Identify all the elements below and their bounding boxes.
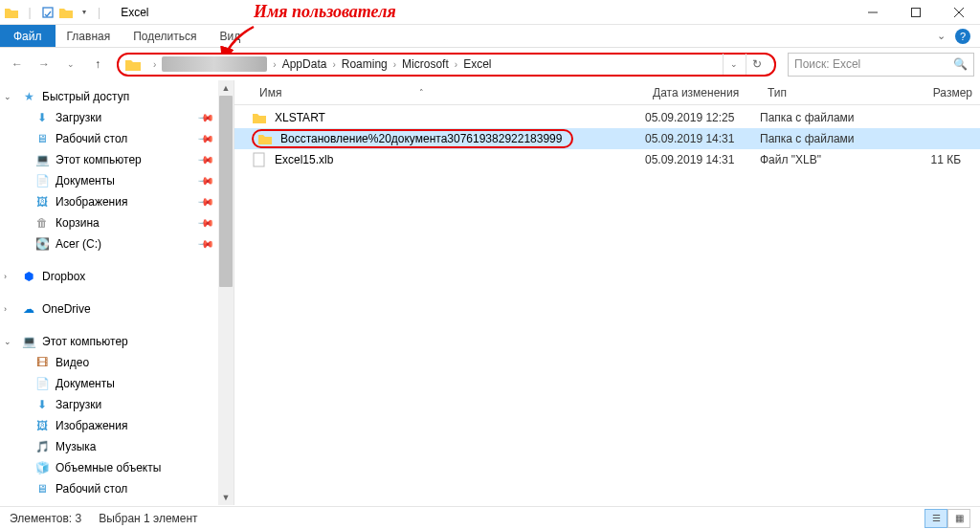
help-icon[interactable]: ? <box>955 29 970 44</box>
folder-icon <box>257 131 273 146</box>
sidebar-item-documents[interactable]: 📄Документы📌 <box>0 170 234 191</box>
pin-icon: 📌 <box>196 129 214 147</box>
sidebar-item-desktop[interactable]: 🖥Рабочий стол📌 <box>0 128 234 149</box>
star-icon: ★ <box>21 89 36 104</box>
sidebar-item-pictures2[interactable]: 🖼Изображения <box>0 415 234 436</box>
qat-folder-icon[interactable] <box>58 5 74 20</box>
titlebar: | ▾ | Excel <box>0 0 980 25</box>
qat-dropdown-icon[interactable]: ▾ <box>77 5 92 20</box>
properties-icon[interactable] <box>40 5 56 20</box>
desktop-icon: 🖥 <box>34 131 50 146</box>
highlight-annotation: Восстановление%20документа30761938292218… <box>252 129 573 148</box>
sidebar-item-downloads[interactable]: ⬇Загрузки📌 <box>0 107 234 128</box>
forward-button[interactable]: → <box>33 53 56 76</box>
scroll-down-icon[interactable]: ▼ <box>218 490 234 505</box>
sidebar-item-desktop2[interactable]: 🖥Рабочий стол <box>0 478 234 499</box>
drive-icon: 💽 <box>34 236 50 252</box>
ribbon: Файл Главная Поделиться Вид ⌄ ? <box>0 25 980 48</box>
sidebar-item-documents2[interactable]: 📄Документы <box>0 373 234 394</box>
scroll-up-icon[interactable]: ▲ <box>218 80 234 96</box>
annotation-label: Имя пользователя <box>254 2 396 22</box>
pin-icon: 📌 <box>196 150 214 168</box>
documents-icon: 📄 <box>34 376 50 391</box>
tab-view[interactable]: Вид <box>208 25 252 47</box>
crumb-roaming[interactable]: Roaming <box>342 57 388 71</box>
sidebar-quick-access[interactable]: ⌄★Быстрый доступ <box>0 86 234 107</box>
chevron-right-icon[interactable]: › <box>449 59 463 70</box>
back-button[interactable]: ← <box>6 53 29 76</box>
file-list: XLSTART 05.09.2019 12:25 Папка с файлами… <box>234 105 980 505</box>
close-button[interactable] <box>937 0 980 25</box>
sidebar-onedrive[interactable]: ›☁OneDrive <box>0 298 234 320</box>
sidebar-item-music[interactable]: 🎵Музыка <box>0 436 234 457</box>
search-icon[interactable]: 🔍 <box>953 57 968 71</box>
ribbon-expand-icon[interactable]: ⌄ <box>937 30 946 42</box>
sidebar-item-3dobjects[interactable]: 🧊Объемные объекты <box>0 457 234 478</box>
pin-icon: 📌 <box>196 234 214 253</box>
qat-separator: | <box>22 5 37 20</box>
crumb-excel[interactable]: Excel <box>463 57 491 71</box>
column-headers: Имя˄ Дата изменения Тип Размер <box>234 80 980 105</box>
chevron-right-icon[interactable]: › <box>267 59 281 70</box>
tab-file[interactable]: Файл <box>0 25 56 47</box>
username-blurred <box>162 56 267 72</box>
col-size[interactable]: Размер <box>884 86 980 99</box>
file-icon <box>252 152 267 167</box>
pin-icon: 📌 <box>196 192 214 210</box>
scroll-thumb[interactable] <box>219 96 233 287</box>
crumb-microsoft[interactable]: Microsoft <box>402 57 449 71</box>
dropbox-icon: ⬢ <box>21 269 36 284</box>
pictures-icon: 🖼 <box>34 194 50 209</box>
file-row[interactable]: XLSTART 05.09.2019 12:25 Папка с файлами <box>234 107 980 128</box>
file-row[interactable]: Excel15.xlb 05.09.2019 14:31 Файл "XLB" … <box>234 149 980 170</box>
view-details-button[interactable]: ☰ <box>924 509 947 528</box>
sidebar-item-downloads2[interactable]: ⬇Загрузки <box>0 394 234 415</box>
music-icon: 🎵 <box>34 439 50 454</box>
col-type[interactable]: Тип <box>760 86 884 99</box>
sidebar-item-recycle[interactable]: 🗑Корзина📌 <box>0 212 234 233</box>
maximize-button[interactable] <box>894 0 937 25</box>
documents-icon: 📄 <box>34 173 50 188</box>
nav-row: ← → ⌄ ↑ › ›AppData ›Roaming ›Microsoft ›… <box>0 48 980 80</box>
search-placeholder: Поиск: Excel <box>794 57 860 71</box>
minimize-button[interactable] <box>851 0 894 25</box>
status-bar: Элементов: 3 Выбран 1 элемент ☰ ▦ <box>0 506 980 529</box>
sidebar-thispc2[interactable]: ⌄💻Этот компьютер <box>0 331 234 352</box>
sidebar-item-video[interactable]: 🎞Видео <box>0 352 234 373</box>
sidebar-item-pictures[interactable]: 🖼Изображения📌 <box>0 191 234 212</box>
folder-icon <box>252 110 267 125</box>
search-input[interactable]: Поиск: Excel 🔍 <box>788 53 974 77</box>
svg-rect-5 <box>254 153 264 166</box>
sort-asc-icon: ˄ <box>419 88 424 98</box>
col-date[interactable]: Дата изменения <box>645 86 760 99</box>
pc-icon: 💻 <box>34 152 50 167</box>
refresh-button[interactable]: ↻ <box>746 54 767 75</box>
col-name[interactable]: Имя˄ <box>252 86 645 99</box>
sidebar-item-thispc[interactable]: 💻Этот компьютер📌 <box>0 149 234 170</box>
chevron-right-icon[interactable]: › <box>147 59 162 70</box>
file-row-selected[interactable]: Восстановление%20документа30761938292218… <box>234 128 980 149</box>
tab-home[interactable]: Главная <box>56 25 122 47</box>
sidebar-dropbox[interactable]: ›⬢Dropbox <box>0 266 234 287</box>
downloads-icon: ⬇ <box>34 110 50 125</box>
desktop-icon: 🖥 <box>34 481 50 496</box>
address-bar[interactable]: › ›AppData ›Roaming ›Microsoft ›Excel ⌄ … <box>117 53 776 77</box>
onedrive-icon: ☁ <box>21 301 36 317</box>
sidebar-scrollbar[interactable]: ▲ ▼ <box>218 80 234 505</box>
video-icon: 🎞 <box>34 355 50 370</box>
sidebar: ⌄★Быстрый доступ ⬇Загрузки📌 🖥Рабочий сто… <box>0 80 234 505</box>
recent-dropdown[interactable]: ⌄ <box>59 53 82 76</box>
status-elements: Элементов: 3 <box>10 512 81 525</box>
pin-icon: 📌 <box>196 171 214 189</box>
up-button[interactable]: ↑ <box>86 53 109 76</box>
sidebar-item-acer[interactable]: 💽Acer (C:)📌 <box>0 233 234 254</box>
chevron-right-icon[interactable]: › <box>388 59 402 70</box>
folder-icon <box>4 5 19 20</box>
view-icons-button[interactable]: ▦ <box>947 509 970 528</box>
downloads-icon: ⬇ <box>34 397 50 412</box>
address-dropdown[interactable]: ⌄ <box>723 54 744 75</box>
chevron-right-icon[interactable]: › <box>326 59 341 70</box>
status-selected: Выбран 1 элемент <box>99 512 197 525</box>
tab-share[interactable]: Поделиться <box>122 25 208 47</box>
crumb-appdata[interactable]: AppData <box>282 57 327 71</box>
